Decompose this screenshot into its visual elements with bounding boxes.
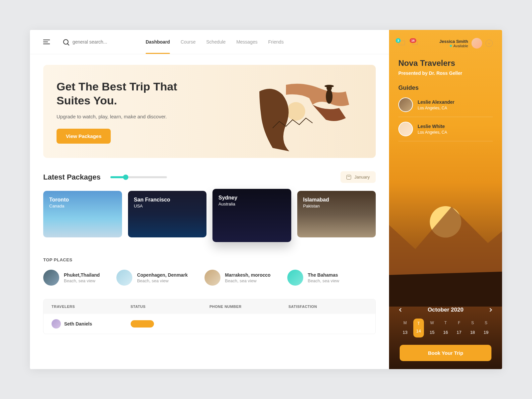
hero-banner: Get The Best Trip That Suites You. Upgra… — [43, 65, 376, 158]
package-city: Sydney — [218, 195, 285, 201]
sidebar-title: Nova Travelers — [398, 59, 493, 68]
calendar-next-icon[interactable] — [488, 308, 492, 312]
place-name: Copenhagen, Denmark — [137, 272, 188, 278]
table-row[interactable]: Seth Daniels — [44, 314, 375, 334]
svg-point-3 — [325, 85, 334, 87]
place-phuket[interactable]: Phuket,Thailand Beach, sea view — [43, 270, 100, 286]
package-country: Australia — [218, 201, 285, 206]
top-places-heading: TOP PLACES — [43, 257, 376, 262]
package-country: Pakistan — [303, 203, 370, 208]
place-desc: Beach, sea view — [137, 278, 188, 283]
cal-day-label: W — [427, 319, 438, 327]
package-card-islamabad[interactable]: Islamabad Pakistan — [297, 191, 376, 237]
cal-day-label: M — [400, 319, 411, 327]
nav-schedule[interactable]: Schedule — [206, 37, 225, 47]
search-icon[interactable] — [63, 39, 68, 45]
guide-item[interactable]: Leslie White Los Angeles, CA — [398, 122, 493, 141]
package-city: Toronto — [49, 197, 116, 203]
month-filter-label: January — [354, 175, 370, 180]
place-thumbnail — [204, 270, 220, 286]
bell-badge: 16 — [410, 38, 416, 43]
guide-name: Leslie White — [418, 124, 447, 129]
month-filter-button[interactable]: January — [340, 171, 376, 183]
th-phone: PHONE NUMBER — [209, 305, 289, 309]
cal-date[interactable]: 16 — [440, 327, 451, 337]
place-desc: Beach, sea view — [64, 278, 100, 283]
book-trip-button[interactable]: Book Your Trip — [400, 345, 491, 361]
package-card-sydney[interactable]: Sydney Australia — [212, 189, 291, 242]
hamburger-icon[interactable] — [43, 40, 50, 44]
cal-day-label: S — [480, 319, 491, 327]
package-country: Canada — [49, 203, 116, 208]
place-name: Phuket,Thailand — [64, 272, 100, 278]
place-copenhagen[interactable]: Copenhagen, Denmark Beach, sea view — [116, 270, 188, 286]
guide-avatar — [398, 97, 413, 112]
user-menu[interactable]: Jessica Smith Available — [439, 38, 493, 49]
place-name: Marrakesh, morocco — [225, 272, 271, 278]
nav-messages[interactable]: Messages — [236, 37, 258, 47]
cal-day-label: T — [440, 319, 451, 327]
nav-friends[interactable]: Friends — [268, 37, 284, 47]
traveler-name: Seth Daniels — [64, 321, 92, 327]
svg-point-1 — [326, 89, 332, 104]
status-dot-icon — [450, 45, 452, 47]
user-name: Jessica Smith — [439, 39, 468, 44]
guide-item[interactable]: Leslie Alexander Los Angeles, CA — [398, 97, 493, 117]
calendar-widget: October 2020 M13 T14 W15 T16 F17 S18 S19… — [398, 307, 493, 361]
traveler-avatar — [52, 319, 61, 329]
search-input[interactable] — [72, 39, 126, 45]
packages-slider[interactable] — [110, 176, 167, 178]
cal-date[interactable]: 15 — [427, 327, 438, 337]
nav-course[interactable]: Course — [181, 37, 196, 47]
guide-location: Los Angeles, CA — [418, 130, 447, 135]
view-packages-button[interactable]: View Packages — [57, 129, 111, 144]
sidebar: 3 16 Jessica Smith Available Nova Travel… — [389, 30, 502, 369]
cal-day-label: F — [454, 319, 465, 327]
calendar-month: October 2020 — [428, 307, 464, 313]
guide-location: Los Angeles, CA — [418, 106, 455, 110]
package-city: San Francisco — [134, 197, 201, 203]
calendar-icon — [346, 175, 351, 180]
place-desc: Beach, sea view — [308, 278, 339, 283]
place-name: The Bahamas — [308, 272, 339, 278]
place-thumbnail — [287, 270, 303, 286]
cal-date[interactable]: 18 — [467, 327, 478, 337]
hero-illustration — [253, 65, 366, 158]
place-bahamas[interactable]: The Bahamas Beach, sea view — [287, 270, 339, 286]
hero-subtitle: Upgrade to watch, play, learn, make and … — [57, 114, 196, 119]
th-satisfaction: SATISFACTION — [289, 305, 368, 309]
main-nav: Dashboard Course Schedule Messages Frien… — [146, 37, 284, 47]
user-avatar — [471, 38, 482, 49]
package-country: USA — [134, 203, 201, 208]
package-city: Islamabad — [303, 197, 370, 203]
chevron-down-icon[interactable] — [485, 40, 493, 47]
cal-date-active[interactable]: 14 — [413, 327, 424, 335]
place-thumbnail — [116, 270, 132, 286]
cal-day-label: S — [467, 319, 478, 327]
nav-dashboard[interactable]: Dashboard — [146, 37, 170, 47]
guides-heading: Guides — [398, 84, 493, 91]
guide-avatar — [398, 122, 413, 136]
calendar-prev-icon[interactable] — [399, 308, 403, 312]
sidebar-presenter: Presented by Dr. Ross Geller — [398, 70, 493, 76]
th-status: STATUS — [131, 305, 210, 309]
travelers-table: TRAVELERS STATUS PHONE NUMBER SATISFACTI… — [43, 299, 376, 334]
mail-badge: 3 — [396, 38, 401, 43]
place-marrakesh[interactable]: Marrakesh, morocco Beach, sea view — [204, 270, 271, 286]
cal-day-label: T — [413, 320, 424, 327]
packages-title: Latest Packages — [43, 173, 100, 182]
guide-name: Leslie Alexander — [418, 99, 455, 105]
place-desc: Beach, sea view — [225, 278, 271, 283]
cal-date[interactable]: 17 — [454, 327, 465, 337]
svg-point-0 — [287, 102, 305, 121]
status-badge — [131, 320, 154, 328]
mail-notification[interactable]: 3 — [398, 40, 406, 47]
topbar: Dashboard Course Schedule Messages Frien… — [30, 30, 389, 54]
cal-date[interactable]: 19 — [480, 327, 491, 337]
bell-notification[interactable]: 16 — [412, 40, 420, 47]
hero-title: Get The Best Trip That Suites You. — [57, 79, 196, 108]
th-travelers: TRAVELERS — [52, 305, 131, 309]
package-card-toronto[interactable]: Toronto Canada — [43, 191, 122, 237]
package-card-sanfrancisco[interactable]: San Francisco USA — [128, 191, 207, 237]
cal-date[interactable]: 13 — [400, 327, 411, 337]
